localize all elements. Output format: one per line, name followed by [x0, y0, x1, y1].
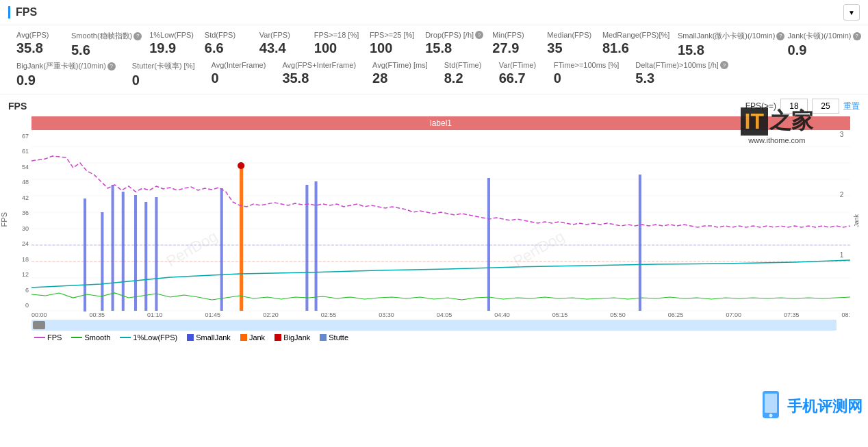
y-axis-left: 67 61 54 48 42 36 30 24 18 12 6 0: [5, 130, 31, 311]
fps-val2-input[interactable]: [812, 99, 839, 114]
metric2-item-4: Avg(FTime) [ms]28: [364, 61, 436, 86]
metric2-item-7: FTime>=100ms [%]0: [546, 61, 628, 86]
metric-label-5: FPS>=18 [%]: [314, 31, 359, 39]
metric2-label-3: Avg(FPS+InterFrame): [282, 61, 356, 69]
metric2-item-3: Avg(FPS+InterFrame)35.8: [274, 61, 364, 86]
metric-label-9: Median(FPS): [547, 31, 591, 39]
legend-stutter: Stutte: [320, 333, 348, 342]
legend-1plow-line: [120, 337, 131, 338]
metric-value-11: 15.8: [678, 42, 704, 58]
metric-item-7: Drop(FPS) [/h]?15.8: [417, 31, 484, 56]
metric-value-9: 35: [547, 40, 562, 56]
it-text: IT: [741, 107, 768, 136]
app-header: FPS ▼: [0, 0, 868, 25]
metric2-value-6: 66.7: [499, 71, 526, 86]
svg-rect-26: [240, 164, 243, 311]
legend-stutter-bar: [320, 334, 327, 341]
info-icon: ?: [107, 62, 116, 71]
metric-value-1: 5.6: [71, 42, 90, 58]
chart-container: label1 67 61 54 48 42 36 30 24 18 12 6 0: [0, 116, 868, 331]
legend-smalljank-bar: [187, 334, 194, 341]
metric-item-12: Jank(卡顿)(/10min)?0.9: [780, 31, 860, 58]
svg-point-35: [769, 414, 773, 418]
metric-label-10: MedRange(FPS)[%]: [602, 31, 669, 39]
legend-smalljank-label: SmallJank: [196, 333, 231, 342]
chevron-down-icon: ▼: [848, 9, 855, 16]
metric-value-10: 81.6: [602, 40, 629, 56]
chart-label-bar: label1: [31, 116, 850, 130]
metric-label-12: Jank(卡顿)(/10min)?: [788, 31, 861, 41]
legend-1plow: 1%Low(FPS): [120, 333, 177, 342]
scrollbar-handle[interactable]: [33, 321, 45, 329]
metric-value-3: 6.6: [205, 40, 224, 56]
ithome-watermark: IT 之家 www.ithome.com: [741, 106, 813, 144]
legend-bigjank-bar: [275, 334, 281, 341]
legend-jank: Jank: [240, 333, 265, 342]
svg-rect-19: [144, 202, 147, 311]
metric-label-1: Smooth(稳帧指数)?: [71, 31, 142, 41]
metric-value-7: 15.8: [425, 40, 452, 56]
metric2-value-5: 8.2: [444, 71, 463, 86]
fps-section-header: FPS FPS(>=) 重置: [0, 94, 868, 116]
legend-1plow-label: 1%Low(FPS): [133, 333, 177, 342]
svg-rect-21: [220, 188, 223, 311]
chart-scrollbar[interactable]: [31, 320, 837, 331]
metric2-value-4: 28: [372, 71, 387, 86]
metric2-value-2: 0: [212, 71, 219, 86]
legend-smooth-label: Smooth: [84, 333, 110, 342]
metrics-row-2: BigJank(严重卡顿)(/10min)?0.9Stutter(卡顿率) [%…: [8, 61, 860, 88]
metric2-label-8: Delta(FTime)>100ms [/h]?: [635, 61, 728, 69]
legend-smooth-line: [71, 337, 82, 338]
metric-value-5: 100: [314, 40, 337, 56]
metric-label-6: FPS>=25 [%]: [370, 31, 414, 39]
metric-label-2: 1%Low(FPS): [149, 31, 194, 39]
metric-item-11: SmallJank(微小卡顿)(/10min)?15.8: [669, 31, 780, 58]
metric-label-4: Var(FPS): [259, 31, 290, 39]
x-axis: 00:00 00:35 01:10 01:45 02:20 02:55 03:3…: [31, 311, 850, 318]
legend-fps-line: [34, 337, 45, 338]
page-title: FPS: [8, 6, 37, 18]
metric-value-4: 43.4: [259, 40, 286, 56]
ithome-url: www.ithome.com: [741, 136, 813, 144]
dropdown-button[interactable]: ▼: [843, 4, 860, 21]
info-icon: ?: [853, 32, 861, 40]
reset-button[interactable]: 重置: [843, 101, 860, 112]
legend-bigjank-label: BigJank: [283, 333, 310, 342]
svg-text:3: 3: [840, 131, 844, 138]
legend-stutter-label: Stutte: [329, 333, 348, 342]
metric-label-0: Avg(FPS): [16, 31, 49, 39]
mobile-brand-watermark: 手机评测网: [752, 387, 868, 426]
info-icon: ?: [475, 31, 483, 39]
metric-item-10: MedRange(FPS)[%]81.6: [594, 31, 669, 56]
metric2-value-3: 35.8: [282, 71, 309, 86]
metric2-label-4: Avg(FTime) [ms]: [372, 61, 428, 69]
metric2-label-2: Avg(InterFrame): [212, 61, 266, 69]
metric2-item-8: Delta(FTime)>100ms [/h]?5.3: [627, 61, 737, 86]
metric2-value-0: 0.9: [16, 73, 36, 88]
svg-rect-24: [487, 178, 490, 311]
metric-item-1: Smooth(稳帧指数)?5.6: [63, 31, 141, 58]
metric2-label-6: Var(FTime): [499, 61, 536, 69]
metric2-value-1: 0: [132, 73, 140, 88]
svg-point-27: [238, 162, 244, 169]
metrics-section: Avg(FPS)35.8Smooth(稳帧指数)?5.61%Low(FPS)19…: [0, 25, 868, 94]
metric2-label-0: BigJank(严重卡顿)(/10min)?: [16, 61, 116, 71]
phone-icon: [757, 389, 784, 424]
metric2-item-1: Stutter(卡顿率) [%]0: [124, 61, 203, 88]
metric-item-3: Std(FPS)6.6: [196, 31, 251, 56]
metric2-item-2: Avg(InterFrame)0: [203, 61, 275, 86]
metric-label-8: Min(FPS): [492, 31, 524, 39]
chart-area: 67 61 54 48 42 36 30 24 18 12 6 0: [5, 130, 863, 311]
legend-smalljank: SmallJank: [187, 333, 231, 342]
metric-item-4: Var(FPS)43.4: [251, 31, 306, 56]
legend-fps: FPS: [34, 333, 62, 342]
svg-rect-23: [315, 181, 318, 311]
svg-text:1: 1: [840, 251, 844, 259]
metric2-label-1: Stutter(卡顿率) [%]: [132, 61, 195, 71]
chart-svg: PerfDog PerfDog 3 2 1: [31, 130, 850, 311]
svg-text:PerfDog: PerfDog: [510, 227, 567, 270]
fps-chart-title: FPS: [8, 101, 27, 112]
metric2-item-5: Std(FTime)8.2: [436, 61, 491, 86]
fps-y-label: FPS: [0, 212, 8, 227]
ithome-logo: IT 之家: [741, 106, 813, 136]
